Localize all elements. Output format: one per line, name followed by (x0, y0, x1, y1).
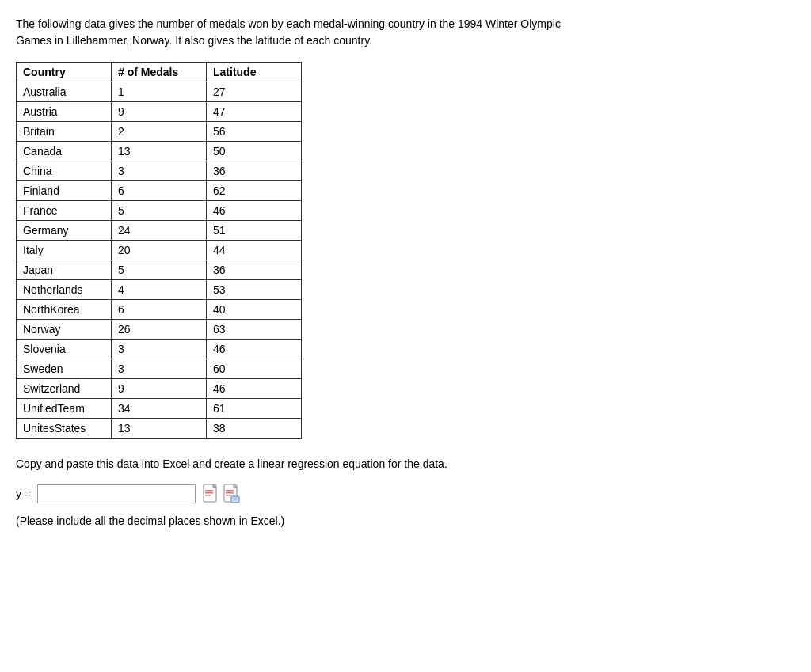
table-cell: 44 (207, 241, 302, 260)
table-cell: 13 (112, 142, 207, 161)
table-cell: 56 (207, 122, 302, 142)
svg-rect-3 (205, 492, 213, 494)
svg-text:↗: ↗ (233, 497, 237, 502)
table-cell: 24 (112, 221, 207, 241)
table-cell: Netherlands (17, 280, 112, 300)
table-row: Norway2663 (17, 320, 302, 340)
table-cell: Australia (17, 82, 112, 102)
svg-rect-4 (205, 495, 211, 496)
table-row: Slovenia346 (17, 340, 302, 359)
table-cell: 50 (207, 142, 302, 161)
table-cell: Britain (17, 122, 112, 142)
table-header: Latitude (207, 63, 302, 82)
table-cell: 36 (207, 260, 302, 280)
table-cell: 46 (207, 379, 302, 399)
table-cell: 47 (207, 102, 302, 122)
please-note: (Please include all the decimal places s… (16, 514, 795, 527)
table-row: Netherlands453 (17, 280, 302, 300)
table-cell: 6 (112, 300, 207, 320)
copy-paste-text: Copy and paste this data into Excel and … (16, 457, 795, 470)
table-row: Australia127 (17, 82, 302, 102)
table-cell: Austria (17, 102, 112, 122)
table-cell: 3 (112, 359, 207, 379)
table-cell: Slovenia (17, 340, 112, 359)
table-cell: 4 (112, 280, 207, 300)
table-cell: China (17, 161, 112, 181)
table-row: Britain256 (17, 122, 302, 142)
table-row: Austria947 (17, 102, 302, 122)
table-cell: Norway (17, 320, 112, 340)
svg-rect-9 (226, 495, 231, 496)
table-cell: 26 (112, 320, 207, 340)
table-cell: France (17, 201, 112, 221)
table-row: Sweden360 (17, 359, 302, 379)
icon-group: ↗ (202, 483, 242, 505)
table-cell: Germany (17, 221, 112, 241)
table-cell: 60 (207, 359, 302, 379)
table-row: Canada1350 (17, 142, 302, 161)
table-cell: UnitesStates (17, 419, 112, 439)
equation-row: y = ↗ (16, 483, 795, 505)
file-icon-2[interactable]: ↗ (223, 483, 242, 505)
table-cell: 3 (112, 340, 207, 359)
table-cell: 2 (112, 122, 207, 142)
table-cell: 36 (207, 161, 302, 181)
table-cell: 6 (112, 181, 207, 201)
table-header: # of Medals (112, 63, 207, 82)
data-table: Country# of MedalsLatitudeAustralia127Au… (16, 62, 302, 439)
equation-input[interactable] (37, 484, 196, 503)
svg-rect-8 (226, 492, 234, 494)
table-row: Italy2044 (17, 241, 302, 260)
table-row: Finland662 (17, 181, 302, 201)
table-cell: 51 (207, 221, 302, 241)
equation-label: y = (16, 488, 31, 500)
table-cell: 38 (207, 419, 302, 439)
table-cell: 27 (207, 82, 302, 102)
table-cell: NorthKorea (17, 300, 112, 320)
table-cell: 46 (207, 201, 302, 221)
table-row: China336 (17, 161, 302, 181)
table-cell: Italy (17, 241, 112, 260)
table-cell: 63 (207, 320, 302, 340)
table-row: France546 (17, 201, 302, 221)
table-row: NorthKorea640 (17, 300, 302, 320)
table-cell: 20 (112, 241, 207, 260)
table-cell: 62 (207, 181, 302, 201)
table-cell: UnifiedTeam (17, 399, 112, 419)
intro-text: The following data gives the number of m… (16, 16, 570, 49)
table-cell: 9 (112, 102, 207, 122)
table-cell: 61 (207, 399, 302, 419)
table-cell: Canada (17, 142, 112, 161)
table-cell: 1 (112, 82, 207, 102)
table-cell: 9 (112, 379, 207, 399)
table-cell: 3 (112, 161, 207, 181)
table-cell: 34 (112, 399, 207, 419)
table-header: Country (17, 63, 112, 82)
svg-rect-2 (205, 490, 213, 492)
table-cell: 46 (207, 340, 302, 359)
table-row: Germany2451 (17, 221, 302, 241)
table-cell: Japan (17, 260, 112, 280)
table-cell: 5 (112, 201, 207, 221)
table-cell: Finland (17, 181, 112, 201)
table-cell: 5 (112, 260, 207, 280)
table-cell: 40 (207, 300, 302, 320)
svg-rect-7 (226, 490, 234, 492)
table-cell: Sweden (17, 359, 112, 379)
table-row: Japan536 (17, 260, 302, 280)
table-row: UnifiedTeam3461 (17, 399, 302, 419)
table-cell: 13 (112, 419, 207, 439)
table-cell: Switzerland (17, 379, 112, 399)
table-row: UnitesStates1338 (17, 419, 302, 439)
table-row: Switzerland946 (17, 379, 302, 399)
file-icon-1[interactable] (202, 483, 221, 505)
table-cell: 53 (207, 280, 302, 300)
